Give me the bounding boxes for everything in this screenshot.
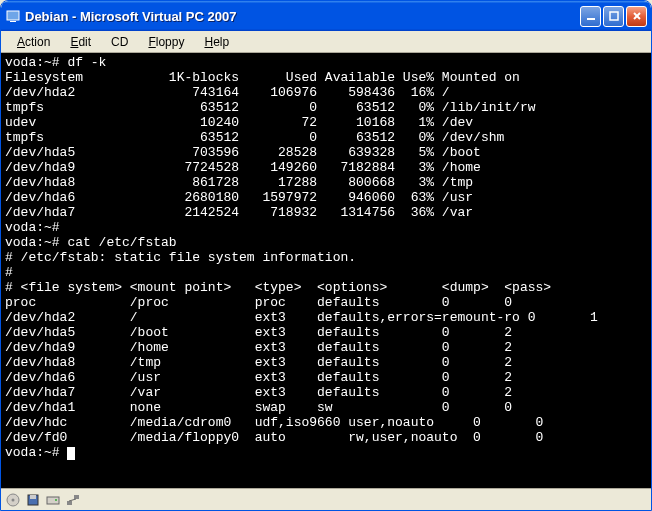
svg-rect-13 [74, 495, 79, 499]
window-title: Debian - Microsoft Virtual PC 2007 [25, 9, 580, 24]
terminal[interactable]: voda:~# df -k Filesystem 1K-blocks Used … [1, 53, 651, 488]
cd-icon[interactable] [5, 492, 21, 508]
menu-floppy[interactable]: Floppy [138, 33, 194, 51]
svg-rect-9 [30, 495, 36, 499]
svg-point-11 [55, 499, 57, 501]
svg-line-14 [69, 499, 76, 501]
svg-rect-12 [67, 501, 72, 505]
svg-point-7 [12, 498, 15, 501]
menu-help[interactable]: Help [194, 33, 239, 51]
svg-rect-0 [7, 11, 19, 20]
svg-rect-3 [610, 12, 618, 20]
app-icon [5, 8, 21, 24]
menu-edit[interactable]: Edit [60, 33, 101, 51]
floppy-icon[interactable] [25, 492, 41, 508]
menubar: Action Edit CD Floppy Help [1, 31, 651, 53]
svg-rect-10 [47, 497, 59, 504]
close-button[interactable] [626, 6, 647, 27]
statusbar [1, 488, 651, 510]
svg-rect-1 [10, 21, 16, 22]
menu-cd[interactable]: CD [101, 33, 138, 51]
cursor [67, 447, 75, 460]
minimize-button[interactable] [580, 6, 601, 27]
menu-help-rest: elp [213, 35, 229, 49]
svg-rect-2 [587, 18, 595, 20]
menu-floppy-rest: loppy [156, 35, 185, 49]
maximize-button[interactable] [603, 6, 624, 27]
drive-icon[interactable] [45, 492, 61, 508]
menu-action-rest: ction [25, 35, 50, 49]
app-window: Debian - Microsoft Virtual PC 2007 Actio… [0, 0, 652, 511]
window-controls [580, 6, 647, 27]
titlebar[interactable]: Debian - Microsoft Virtual PC 2007 [1, 1, 651, 31]
menu-edit-rest: dit [78, 35, 91, 49]
menu-action[interactable]: Action [7, 33, 60, 51]
network-icon[interactable] [65, 492, 81, 508]
